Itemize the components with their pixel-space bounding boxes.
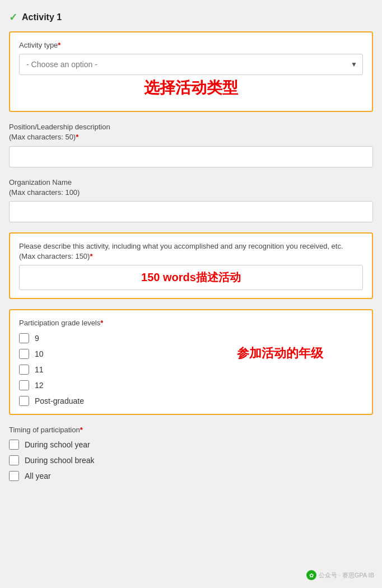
grade-11-checkbox[interactable] — [19, 365, 29, 375]
description-section: Please describe this activity, including… — [9, 232, 373, 299]
activity-title: Activity 1 — [22, 12, 62, 22]
timing-section: Timing of participation* During school y… — [9, 425, 373, 481]
timing-all-year-checkbox[interactable] — [9, 471, 19, 481]
watermark-text: 公众号 · 赛思GPA IB — [319, 571, 374, 580]
position-label: Position/Leadership description (Max cha… — [9, 122, 373, 142]
grade-11-label: 11 — [35, 365, 44, 374]
timing-required-star: * — [80, 426, 83, 434]
grade-levels-annotation: 参加活动的年级 — [237, 345, 323, 362]
grade-levels-label: Participation grade levels* — [19, 318, 185, 328]
activity-type-select-wrapper: - Choose an option - Academic Art Athlet… — [19, 54, 363, 75]
grade-12-label: 12 — [35, 381, 44, 390]
timing-school-break-item[interactable]: During school break — [9, 455, 373, 465]
description-input[interactable] — [19, 265, 363, 290]
position-section: Position/Leadership description (Max cha… — [9, 122, 373, 167]
description-label: Please describe this activity, including… — [19, 241, 363, 262]
checkmark-icon: ✓ — [9, 11, 17, 24]
grade-10-item[interactable]: 10 — [19, 349, 185, 359]
timing-checkboxes: During school year During school break A… — [9, 440, 373, 481]
timing-school-break-checkbox[interactable] — [9, 455, 19, 465]
timing-all-year-label: All year — [25, 472, 51, 480]
grade-9-label: 9 — [35, 334, 39, 343]
position-input[interactable] — [9, 146, 373, 167]
organization-input[interactable] — [9, 201, 373, 222]
position-required-star: * — [76, 133, 78, 141]
activity-type-annotation: 选择活动类型 — [19, 77, 363, 99]
grade-levels-required-star: * — [100, 319, 103, 327]
grade-10-checkbox[interactable] — [19, 349, 29, 359]
activity-type-label: Activity type* — [19, 40, 363, 50]
organization-label: Organization Name (Max characters: 100) — [9, 178, 373, 198]
timing-all-year-item[interactable]: All year — [9, 471, 373, 481]
grade-10-label: 10 — [35, 349, 44, 358]
grade-11-item[interactable]: 11 — [19, 365, 185, 375]
grade-levels-content: Participation grade levels* 9 10 11 12 P… — [19, 318, 185, 405]
grade-levels-section: Participation grade levels* 9 10 11 12 P… — [9, 309, 373, 414]
organization-section: Organization Name (Max characters: 100) — [9, 178, 373, 222]
wechat-icon: ✿ — [306, 570, 316, 580]
grade-postgraduate-item[interactable]: Post-graduate — [19, 396, 185, 406]
grade-levels-checkboxes: 9 10 11 12 Post-graduate — [19, 333, 185, 406]
watermark: ✿ 公众号 · 赛思GPA IB — [306, 570, 374, 580]
grade-12-item[interactable]: 12 — [19, 380, 185, 390]
required-star: * — [58, 41, 60, 49]
activity-type-section: Activity type* - Choose an option - Acad… — [9, 31, 373, 112]
activity-type-select[interactable]: - Choose an option - Academic Art Athlet… — [19, 54, 363, 75]
grade-9-checkbox[interactable] — [19, 333, 29, 343]
activity-header: ✓ Activity 1 — [9, 11, 373, 24]
grade-postgraduate-label: Post-graduate — [35, 396, 84, 405]
description-required-star: * — [90, 252, 92, 260]
timing-school-year-item[interactable]: During school year — [9, 440, 373, 450]
grade-12-checkbox[interactable] — [19, 380, 29, 390]
timing-school-year-label: During school year — [25, 440, 90, 449]
grade-9-item[interactable]: 9 — [19, 333, 185, 343]
grade-postgraduate-checkbox[interactable] — [19, 396, 29, 406]
timing-school-break-label: During school break — [25, 456, 95, 465]
timing-label: Timing of participation* — [9, 425, 373, 435]
timing-school-year-checkbox[interactable] — [9, 440, 19, 450]
